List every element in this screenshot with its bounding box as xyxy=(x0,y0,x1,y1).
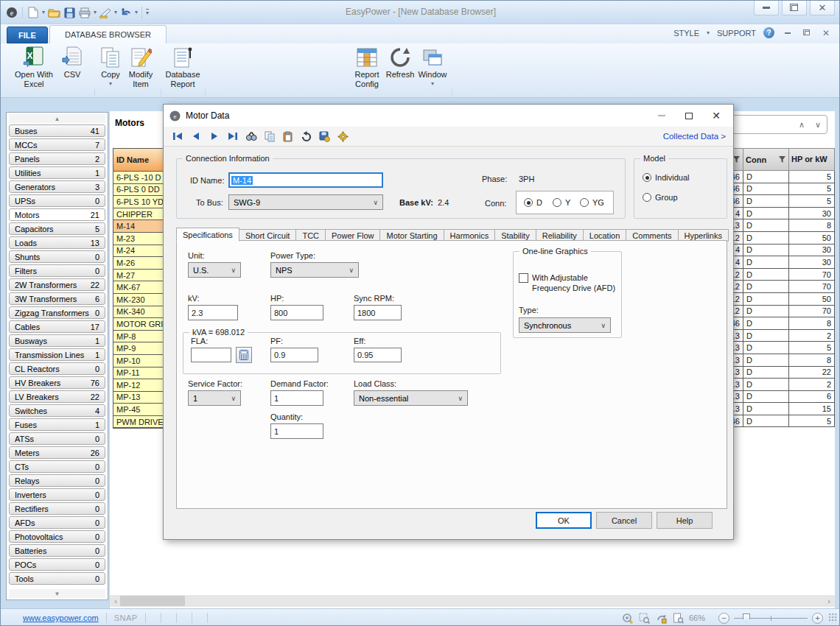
conn-option-d[interactable]: D xyxy=(524,198,542,207)
grid-row[interactable]: 12D70 xyxy=(719,306,835,318)
model-option-individual[interactable]: Individual xyxy=(643,173,689,182)
eff-input[interactable]: 0.95 xyxy=(354,348,402,362)
grid-row[interactable]: 4D30 xyxy=(719,256,835,269)
sidebar-item-lv-breakers[interactable]: LV Breakers22 xyxy=(9,390,105,403)
search-next-icon[interactable]: ∨ xyxy=(815,120,821,130)
sidebar-item-fuses[interactable]: Fuses1 xyxy=(9,418,105,431)
open-folder-icon[interactable] xyxy=(47,6,60,19)
tab-file[interactable]: FILE xyxy=(7,27,48,43)
model-option-group[interactable]: Group xyxy=(643,193,678,202)
grid-row[interactable]: 46D5 xyxy=(719,171,835,183)
resize-grip-icon[interactable] xyxy=(829,613,838,622)
support-menu[interactable]: SUPPORT xyxy=(717,29,756,38)
grid-row[interactable]: 46D5 xyxy=(719,195,835,208)
mdi-minimize-button[interactable] xyxy=(782,28,794,38)
print-icon[interactable] xyxy=(78,6,91,19)
sidebar-item-afds[interactable]: AFDs0 xyxy=(9,516,105,529)
cancel-button[interactable]: Cancel xyxy=(596,512,652,529)
grid-row[interactable]: 12D70 xyxy=(719,269,835,281)
dialog-close-button[interactable]: ✕ xyxy=(705,108,727,124)
demand-factor-input[interactable]: 1 xyxy=(270,390,323,406)
grid-row[interactable]: .3D22 xyxy=(719,367,835,379)
dialog-maximize-button[interactable] xyxy=(678,108,700,124)
sidebar-item-shunts[interactable]: Shunts0 xyxy=(9,250,105,263)
undo-dropdown-caret-icon[interactable]: ▾ xyxy=(135,10,138,15)
filter-funnel-icon[interactable] xyxy=(778,155,786,163)
copy-dropdown-caret-icon[interactable]: ▾ xyxy=(109,81,112,87)
conn-option-yg[interactable]: YG xyxy=(580,198,604,207)
paste-icon[interactable] xyxy=(281,130,294,143)
grid-row[interactable]: 46D5 xyxy=(719,415,835,428)
sidebar-item-loads[interactable]: Loads13 xyxy=(9,236,105,249)
settings-gear-icon[interactable] xyxy=(337,130,349,143)
sidebar-scroll-down-icon[interactable]: ▼ xyxy=(9,589,105,598)
tab-database-browser[interactable]: DATABASE BROWSER xyxy=(49,25,167,43)
to-bus-select[interactable]: SWG-9 ∨ xyxy=(228,194,383,210)
app-logo-icon[interactable]: e xyxy=(5,6,18,19)
fla-calculator-button[interactable] xyxy=(236,347,252,363)
report-config-button[interactable]: Report Config xyxy=(350,46,384,88)
sidebar-item-cables[interactable]: Cables17 xyxy=(9,320,105,333)
nav-first-icon[interactable] xyxy=(171,130,183,143)
search-prev-icon[interactable]: ∧ xyxy=(799,120,805,130)
customize-qat-icon[interactable]: ▾ xyxy=(146,9,149,16)
grid-row[interactable]: .3D2 xyxy=(719,330,835,342)
sidebar-item-hv-breakers[interactable]: HV Breakers76 xyxy=(9,376,105,389)
sidebar-item-utilities[interactable]: Utilities1 xyxy=(9,166,105,179)
grid-row[interactable]: 12D70 xyxy=(719,281,835,293)
conn-column-header[interactable]: Conn xyxy=(743,148,789,171)
sidebar-item-generators[interactable]: Generators3 xyxy=(9,180,105,193)
database-report-button[interactable]: Database Report xyxy=(164,46,202,88)
sidebar-item-panels[interactable]: Panels2 xyxy=(9,152,105,165)
zoom-window-icon[interactable] xyxy=(638,612,651,625)
modify-item-button[interactable]: Modify Item xyxy=(125,46,157,88)
minimize-button[interactable] xyxy=(754,1,779,15)
nav-next-icon[interactable] xyxy=(208,130,220,143)
refresh-button[interactable]: Refresh xyxy=(385,46,416,80)
hp-column-header[interactable]: HP or kW xyxy=(789,148,835,171)
conn-option-y[interactable]: Y xyxy=(553,198,570,207)
sidebar-item-transmission-lines[interactable]: Transmission Lines1 xyxy=(9,348,105,361)
save-options-icon[interactable] xyxy=(318,130,331,143)
sidebar-item-motors[interactable]: Motors21 xyxy=(9,208,105,221)
sidebar-item-photovoltaics[interactable]: Photovoltaics0 xyxy=(9,530,105,543)
hp-input[interactable]: 800 xyxy=(270,305,323,320)
help-icon[interactable]: ? xyxy=(763,27,774,38)
mdi-close-button[interactable]: ✕ xyxy=(820,28,832,38)
mdi-restore-button[interactable] xyxy=(801,28,813,38)
sidebar-item-inverters[interactable]: Inverters0 xyxy=(9,488,105,501)
style-caret-icon[interactable]: ▾ xyxy=(707,30,710,36)
zoom-slider-thumb[interactable] xyxy=(743,613,750,623)
snap-indicator[interactable]: SNAP xyxy=(114,613,138,622)
sidebar-item-cts[interactable]: CTs0 xyxy=(9,460,105,473)
grid-row[interactable]: 4D30 xyxy=(719,208,835,220)
zoom-extents-icon[interactable] xyxy=(621,612,634,625)
open-with-excel-button[interactable]: X Open With Excel xyxy=(13,46,55,88)
sidebar-item-meters[interactable]: Meters26 xyxy=(9,446,105,459)
sidebar-item-busways[interactable]: Busways1 xyxy=(9,334,105,347)
undo-icon[interactable] xyxy=(119,6,133,19)
nav-last-icon[interactable] xyxy=(226,130,239,143)
horizontal-scrollbar[interactable]: ‹ › xyxy=(110,595,835,607)
print-dropdown-caret-icon[interactable]: ▾ xyxy=(94,10,97,15)
new-dropdown-caret-icon[interactable]: ▾ xyxy=(42,10,45,15)
service-factor-select[interactable]: 1∨ xyxy=(188,390,241,406)
undo-refresh-icon[interactable] xyxy=(300,130,312,143)
kv-input[interactable]: 2.3 xyxy=(188,305,238,320)
fla-input[interactable] xyxy=(191,348,231,362)
sidebar-item-relays[interactable]: Relays0 xyxy=(9,474,105,487)
grid-row[interactable]: .3D5 xyxy=(719,342,835,354)
unit-select[interactable]: U.S.∨ xyxy=(188,262,241,278)
grid-row[interactable]: .3D15 xyxy=(719,403,835,415)
sidebar-item-buses[interactable]: Buses41 xyxy=(9,124,105,137)
style-menu[interactable]: STYLE xyxy=(673,29,699,38)
sidebar-item-upss[interactable]: UPSs0 xyxy=(9,194,105,207)
grid-search-box[interactable]: ∧ ∨ xyxy=(729,115,827,134)
grid-row[interactable]: 12D50 xyxy=(719,293,835,306)
zoom-slider[interactable] xyxy=(734,618,808,619)
nav-previous-icon[interactable] xyxy=(189,130,202,143)
format-painter-icon[interactable] xyxy=(99,6,112,19)
sidebar-item-zigzag-transformers[interactable]: Zigzag Transformers0 xyxy=(9,306,105,319)
id-name-input[interactable]: M-14 xyxy=(228,172,383,188)
afd-checkbox-row[interactable]: With Adjustable Frequency Drive (AFD) xyxy=(519,273,616,294)
